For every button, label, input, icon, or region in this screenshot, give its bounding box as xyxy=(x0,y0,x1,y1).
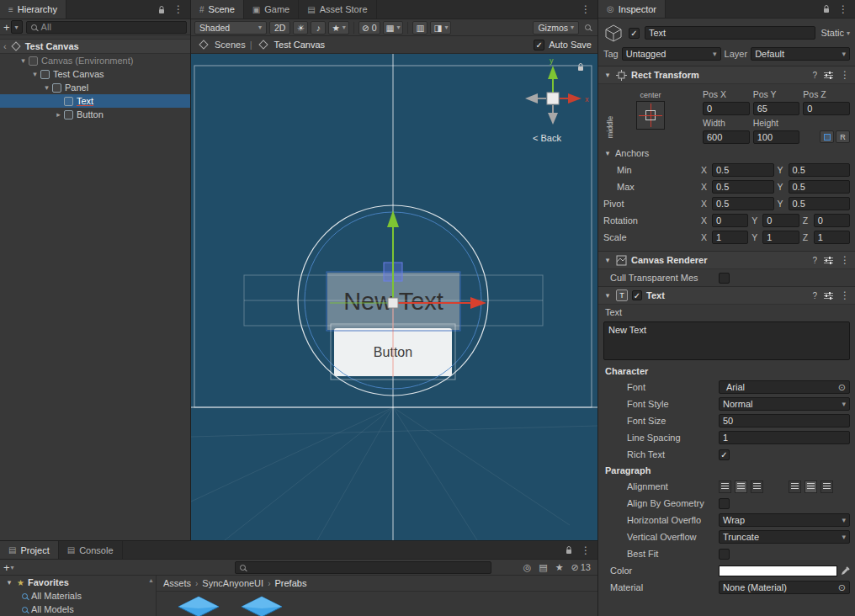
horizontal-overflow-dropdown[interactable]: Wrap ▾ xyxy=(719,513,850,527)
rotation-y-field[interactable]: 0 xyxy=(762,214,799,227)
toggle-2d-button[interactable]: 2D xyxy=(269,21,290,35)
tag-dropdown[interactable]: Untagged ▾ xyxy=(622,47,721,61)
kebab-menu-icon[interactable]: ⋮ xyxy=(838,3,848,15)
presets-icon[interactable] xyxy=(824,71,833,80)
color-swatch[interactable] xyxy=(719,566,837,576)
prefab-thumbnail[interactable] xyxy=(240,595,284,616)
foldout-icon[interactable]: ▾ xyxy=(5,578,13,587)
rotation-x-field[interactable]: 0 xyxy=(712,214,748,227)
kebab-menu-icon[interactable]: ⋮ xyxy=(840,69,850,81)
breadcrumb-current-scene[interactable]: Test Canvas xyxy=(274,40,326,50)
scrollbar-up-arrow[interactable]: ▲ xyxy=(148,577,154,583)
hierarchy-item-canvas-environment[interactable]: ▾ Canvas (Environment) xyxy=(0,54,190,67)
orientation-y-cone[interactable] xyxy=(548,66,558,79)
kebab-menu-icon[interactable]: ⋮ xyxy=(840,289,850,301)
align-bottom-button[interactable] xyxy=(820,481,833,493)
hierarchy-item-panel[interactable]: ▾ Panel xyxy=(0,81,190,94)
tab-game[interactable]: ▣ Game xyxy=(244,0,299,19)
hidden-objects-button[interactable]: ⊘ 0 xyxy=(358,21,380,35)
hierarchy-search-input[interactable]: All xyxy=(26,21,187,34)
cull-transparent-mesh-checkbox[interactable] xyxy=(719,273,730,284)
lock-icon[interactable] xyxy=(565,545,573,555)
collapse-icon[interactable]: ‹ xyxy=(3,41,7,51)
foldout-icon[interactable]: ▾ xyxy=(603,291,612,300)
pos-y-field[interactable]: 65 xyxy=(753,102,800,115)
foldout-icon[interactable]: ▾ xyxy=(603,71,612,79)
presets-icon[interactable] xyxy=(824,256,833,265)
anchor-preset-button[interactable] xyxy=(636,101,665,130)
foldout-icon[interactable]: ▾ xyxy=(603,256,612,264)
orientation-center-cube[interactable] xyxy=(547,93,559,104)
pivot-x-field[interactable]: 0.5 xyxy=(712,197,774,210)
favorites-item-all-models[interactable]: All Models xyxy=(0,603,156,616)
text-component-header[interactable]: ▾ T ✓ Text ? ⋮ xyxy=(598,286,855,305)
grid-visibility-dropdown[interactable]: ▦ ▾ xyxy=(383,21,404,35)
tab-hierarchy[interactable]: ≡ Hierarchy xyxy=(0,0,66,19)
create-button[interactable]: + ▾ xyxy=(3,20,23,34)
scene-audio-button[interactable]: ♪ xyxy=(311,21,326,35)
project-search-input[interactable] xyxy=(235,561,491,574)
help-icon[interactable]: ? xyxy=(812,291,817,300)
vertical-overflow-dropdown[interactable]: Truncate ▾ xyxy=(719,530,850,544)
pos-x-field[interactable]: 0 xyxy=(703,102,750,115)
tab-inspector[interactable]: ◎ Inspector xyxy=(598,0,666,18)
line-spacing-field[interactable]: 1 xyxy=(719,431,850,444)
eyedropper-icon[interactable] xyxy=(841,566,850,576)
orientation-negx-cone[interactable] xyxy=(525,93,538,104)
scene-effects-dropdown[interactable]: ★ ▾ xyxy=(328,21,348,35)
project-asset-grid[interactable] xyxy=(157,592,597,616)
lock-icon[interactable] xyxy=(157,5,166,14)
blueprint-mode-button[interactable] xyxy=(820,130,834,143)
font-style-dropdown[interactable]: Normal ▾ xyxy=(719,397,850,411)
create-asset-button[interactable]: + ▾ xyxy=(3,561,14,574)
canvas-renderer-header[interactable]: ▾ Canvas Renderer ? ⋮ xyxy=(598,251,855,269)
object-picker-icon[interactable]: ⊙ xyxy=(838,582,846,593)
hierarchy-item-text[interactable]: Text xyxy=(0,94,190,108)
breadcrumb-assets[interactable]: Assets xyxy=(163,578,191,588)
favorites-filter-icon[interactable]: ★ xyxy=(555,562,564,573)
kebab-menu-icon[interactable]: ⋮ xyxy=(581,544,591,556)
prefab-thumbnail[interactable] xyxy=(177,595,220,616)
hierarchy-item-test-canvas[interactable]: ▾ Test Canvas xyxy=(0,67,190,81)
help-icon[interactable]: ? xyxy=(812,256,817,265)
hidden-count-button[interactable]: ⊘ 13 xyxy=(571,562,591,573)
text-component-enabled-checkbox[interactable]: ✓ xyxy=(632,290,642,300)
kebab-menu-icon[interactable]: ⋮ xyxy=(840,254,850,266)
auto-save-checkbox[interactable]: ✓ xyxy=(534,40,544,50)
help-icon[interactable]: ? xyxy=(812,71,817,80)
search-by-label-icon[interactable]: ▤ xyxy=(539,562,547,573)
static-dropdown[interactable]: Static ▾ xyxy=(820,28,850,38)
kebab-menu-icon[interactable]: ⋮ xyxy=(581,3,591,15)
align-right-button[interactable] xyxy=(751,481,763,493)
gameobject-name-field[interactable]: Text xyxy=(645,26,815,40)
package-visibility-icon[interactable]: ◎ xyxy=(523,562,532,573)
scene-viewport[interactable]: New Text Button xyxy=(191,54,597,540)
foldout-icon[interactable]: ▾ xyxy=(30,70,40,78)
rect-transform-header[interactable]: ▾ Rect Transform ? ⋮ xyxy=(598,66,855,84)
object-picker-icon[interactable]: ⊙ xyxy=(838,382,846,393)
width-field[interactable]: 600 xyxy=(703,130,750,144)
anchor-max-y-field[interactable]: 0.5 xyxy=(789,180,851,194)
font-size-field[interactable]: 50 xyxy=(719,414,850,427)
font-object-field[interactable]: Arial ⊙ xyxy=(719,380,850,394)
lock-icon[interactable] xyxy=(822,4,831,13)
align-by-geometry-checkbox[interactable] xyxy=(719,498,730,509)
tab-console[interactable]: ▤ Console xyxy=(59,541,123,559)
breadcrumb-folder[interactable]: SyncAnyoneUI xyxy=(202,578,263,588)
scale-x-field[interactable]: 1 xyxy=(712,231,748,244)
view-direction-label[interactable]: < Back xyxy=(533,133,561,143)
x-axis-arrow[interactable] xyxy=(470,297,486,309)
gameobject-active-checkbox[interactable]: ✓ xyxy=(629,28,640,39)
anchor-max-x-field[interactable]: 0.5 xyxy=(712,180,774,194)
align-top-button[interactable] xyxy=(789,481,801,493)
foldout-icon[interactable]: ▸ xyxy=(54,110,63,119)
presets-icon[interactable] xyxy=(824,291,833,300)
anchors-foldout[interactable]: ▾ Anchors xyxy=(598,145,855,162)
rich-text-checkbox[interactable]: ✓ xyxy=(719,449,730,460)
scale-z-field[interactable]: 1 xyxy=(814,231,850,244)
canvas-text-element[interactable]: New Text xyxy=(327,273,459,330)
rotation-z-field[interactable]: 0 xyxy=(814,214,850,227)
kebab-menu-icon[interactable]: ⋮ xyxy=(173,3,183,15)
favorites-foldout[interactable]: ▾ ★ Favorites xyxy=(0,576,156,589)
foldout-icon[interactable]: ▾ xyxy=(42,83,51,92)
